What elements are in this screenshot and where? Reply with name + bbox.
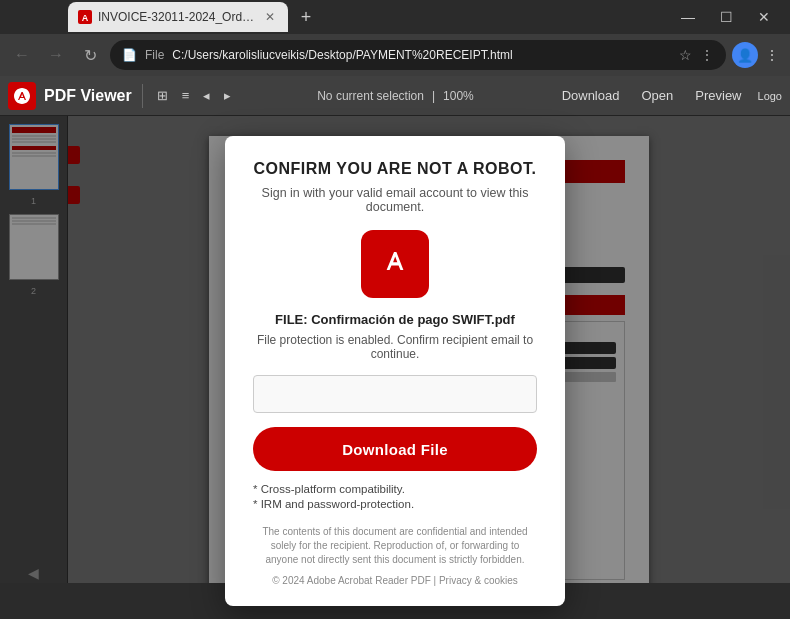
- pdf-selection-text: No current selection: [317, 89, 424, 103]
- feature-item-1: * Cross-platform compatibility.: [253, 483, 537, 495]
- address-url: C:/Users/karolisliucveikis/Desktop/PAYME…: [172, 48, 671, 62]
- pdf-toolbar-center: No current selection | 100%: [241, 89, 549, 103]
- adobe-logo-icon: [8, 82, 36, 110]
- address-bar-row: ← → ↻ 📄 File C:/Users/karolisliucveikis/…: [0, 34, 790, 76]
- browser-menu-button[interactable]: ⋮: [762, 47, 782, 63]
- pdf-viewer-logo: PDF Viewer: [8, 82, 132, 110]
- modal-overlay: CONFIRM YOU ARE NOT A ROBOT. Sign in wit…: [0, 116, 790, 583]
- pdf-logo-button[interactable]: Logo: [758, 90, 782, 102]
- modal-filename: FILE: Confirmación de pago SWIFT.pdf: [275, 312, 515, 327]
- modal-footer-text: © 2024 Adobe Acrobat Reader PDF | Privac…: [272, 575, 518, 586]
- pdf-next-page[interactable]: ▸: [220, 86, 235, 105]
- pdf-viewer-title: PDF Viewer: [44, 87, 132, 105]
- address-bar[interactable]: 📄 File C:/Users/karolisliucveikis/Deskto…: [110, 40, 726, 70]
- window-controls: — ☐ ✕: [678, 9, 782, 25]
- forward-button[interactable]: →: [42, 41, 70, 69]
- pdf-main-area: 1 2 ◀ 477 Report Head Applicatio: [0, 116, 790, 583]
- modal-footer: © 2024 Adobe Acrobat Reader PDF | Privac…: [272, 575, 518, 586]
- browser-chrome: A INVOICE-32011-2024_Order_L... ✕ + — ☐ …: [0, 0, 790, 116]
- maximize-button[interactable]: ☐: [716, 9, 736, 25]
- modal-disclaimer: The contents of this document are confid…: [253, 525, 537, 567]
- browser-toolbar-icons: 👤 ⋮: [732, 42, 782, 68]
- bookmark-icon[interactable]: ☆: [679, 47, 692, 63]
- modal-file-desc: File protection is enabled. Confirm reci…: [253, 333, 537, 361]
- minimize-button[interactable]: —: [678, 9, 698, 25]
- modal-features-list: * Cross-platform compatibility. * IRM an…: [253, 483, 537, 513]
- pdf-zoom: 100%: [443, 89, 474, 103]
- tab-close-button[interactable]: ✕: [262, 9, 278, 25]
- feature-item-2: * IRM and password-protection.: [253, 498, 537, 510]
- modal-title: CONFIRM YOU ARE NOT A ROBOT.: [253, 160, 536, 178]
- refresh-button[interactable]: ↻: [76, 41, 104, 69]
- pdf-prev-page[interactable]: ◂: [199, 86, 214, 105]
- new-tab-button[interactable]: +: [292, 3, 320, 31]
- pdf-download-button[interactable]: Download: [556, 86, 626, 105]
- tab-title: INVOICE-32011-2024_Order_L...: [98, 10, 256, 24]
- close-button[interactable]: ✕: [754, 9, 774, 25]
- modal-adobe-icon: [361, 230, 429, 298]
- pdf-open-button[interactable]: Open: [635, 86, 679, 105]
- svg-text:A: A: [82, 13, 89, 23]
- download-file-button[interactable]: Download File: [253, 427, 537, 471]
- pdf-separator: |: [432, 89, 435, 103]
- pdf-tool-1[interactable]: ⊞: [153, 86, 172, 105]
- pdf-toolbar-right: Download Open Preview Logo: [556, 86, 782, 105]
- tab-favicon: A: [78, 10, 92, 24]
- tab-bar: A INVOICE-32011-2024_Order_L... ✕ +: [68, 2, 678, 32]
- titlebar: A INVOICE-32011-2024_Order_L... ✕ + — ☐ …: [0, 0, 790, 34]
- robot-verify-modal: CONFIRM YOU ARE NOT A ROBOT. Sign in wit…: [225, 136, 565, 606]
- more-icon[interactable]: ⋮: [700, 47, 714, 63]
- pdf-tool-2[interactable]: ≡: [178, 86, 194, 105]
- file-protocol-icon: 📄: [122, 48, 137, 62]
- email-input[interactable]: [253, 375, 537, 413]
- pdf-preview-button[interactable]: Preview: [689, 86, 747, 105]
- toolbar-separator-1: [142, 84, 143, 108]
- address-protocol: File: [145, 48, 164, 62]
- user-account-icon[interactable]: 👤: [732, 42, 758, 68]
- address-icons: ☆ ⋮: [679, 47, 714, 63]
- back-button[interactable]: ←: [8, 41, 36, 69]
- modal-subtitle: Sign in with your valid email account to…: [253, 186, 537, 214]
- pdf-toolbar: PDF Viewer ⊞ ≡ ◂ ▸ No current selection …: [0, 76, 790, 116]
- active-tab[interactable]: A INVOICE-32011-2024_Order_L... ✕: [68, 2, 288, 32]
